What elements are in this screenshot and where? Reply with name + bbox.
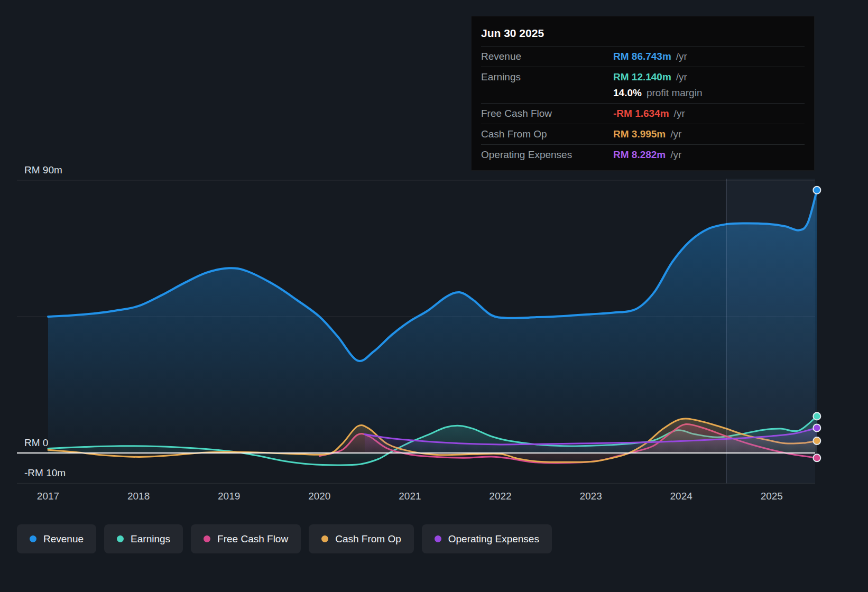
legend-item-earnings[interactable]: Earnings [104,524,183,553]
x-axis-label: 2020 [296,491,343,502]
tooltip-label: Cash From Op [481,128,613,140]
tooltip-value: 14.0% [613,87,642,99]
x-axis-label: 2019 [205,491,253,502]
x-axis-label: 2017 [24,491,72,502]
series-end-dot-free-cash-flow [813,454,820,461]
y-axis-label: -RM 10m [24,467,66,479]
tooltip-suffix: /yr [674,108,685,119]
tooltip-suffix: /yr [670,128,681,140]
tooltip-value: RM 12.140m [613,71,671,83]
tooltip-suffix: /yr [670,149,681,161]
y-axis-label: RM 0 [24,437,48,449]
x-axis-label: 2024 [658,491,705,502]
tooltip-value: RM 3.995m [613,128,666,140]
earnings-dot-icon [117,535,124,542]
series-area-revenue [48,190,817,453]
tooltip-row-earnings: Earnings RM 12.140m /yr [481,67,805,87]
tooltip-suffix: /yr [676,71,687,83]
tooltip-label: Free Cash Flow [481,108,613,119]
tooltip-label: Operating Expenses [481,149,613,161]
legend-item-operating-expenses[interactable]: Operating Expenses [422,524,552,553]
tooltip-value: RM 86.743m [613,51,671,62]
tooltip-panel: Jun 30 2025 Revenue RM 86.743m /yr Earni… [471,16,815,171]
revenue-dot-icon [30,535,36,542]
x-axis-label: 2021 [386,491,433,502]
tooltip-row-profit-margin: 14.0% profit margin [481,87,805,103]
legend-label: Revenue [43,533,84,545]
legend-item-cash-from-op[interactable]: Cash From Op [309,524,414,553]
highlight-band [726,179,815,483]
x-axis-label: 2023 [567,491,615,502]
free-cash-flow-dot-icon [204,535,210,542]
series-end-dot-earnings [813,412,820,420]
tooltip-row-operating-expenses: Operating Expenses RM 8.282m /yr [481,144,805,165]
tooltip-label: Earnings [481,71,613,83]
tooltip-row-revenue: Revenue RM 86.743m /yr [481,46,805,67]
cash-from-op-dot-icon [321,535,328,542]
x-axis-label: 2022 [477,491,524,502]
tooltip-row-free-cash-flow: Free Cash Flow -RM 1.634m /yr [481,103,805,124]
legend-label: Earnings [131,533,170,545]
x-axis-label: 2025 [748,491,796,502]
legend: Revenue Earnings Free Cash Flow Cash Fro… [17,524,552,553]
tooltip-suffix: /yr [676,51,687,62]
x-axis-label: 2018 [115,491,162,502]
legend-label: Operating Expenses [448,533,539,545]
y-axis-label: RM 90m [24,164,62,176]
tooltip-row-cash-from-op: Cash From Op RM 3.995m /yr [481,124,805,144]
tooltip-date: Jun 30 2025 [481,23,805,46]
series-end-dot-revenue [813,187,820,194]
tooltip-suffix: profit margin [647,87,703,99]
chart-plot[interactable] [0,169,868,494]
tooltip-value: -RM 1.634m [613,108,669,119]
legend-item-revenue[interactable]: Revenue [17,524,96,553]
operating-expenses-dot-icon [435,535,441,542]
legend-item-free-cash-flow[interactable]: Free Cash Flow [191,524,301,553]
legend-label: Cash From Op [335,533,401,545]
series-end-dot-operating-expenses [813,424,820,432]
tooltip-label: Revenue [481,51,613,62]
series-end-dot-cash-from-op [813,437,820,445]
legend-label: Free Cash Flow [217,533,288,545]
tooltip-value: RM 8.282m [613,149,666,161]
